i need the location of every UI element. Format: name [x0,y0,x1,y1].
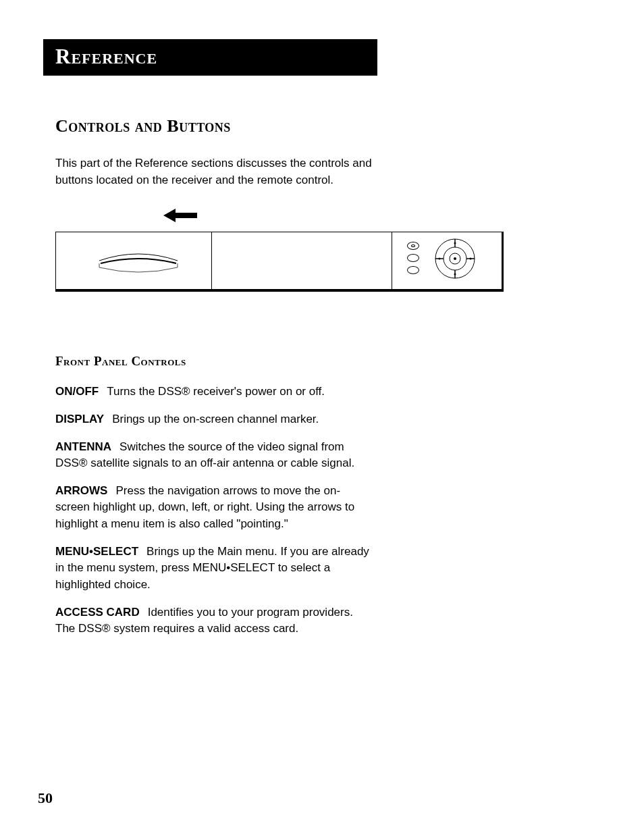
term: MENU•SELECT [55,545,138,558]
receiver-card-bay [56,232,212,289]
definition-arrows: ARROWSPress the navigation arrows to mov… [55,483,373,533]
page-number: 50 [38,789,53,807]
receiver-outline [55,232,504,292]
left-arrow-icon [163,209,197,222]
term: ARROWS [55,484,107,497]
controls-definitions: ON/OFFTurns the DSS® receiver's power on… [55,384,514,637]
term: ANTENNA [55,440,111,453]
definition-antenna: ANTENNASwitches the source of the video … [55,439,373,472]
definition-text: Turns the DSS® receiver's power on or of… [107,385,325,398]
definition-accesscard: ACCESS CARDIdentifies you to your progra… [55,604,373,637]
chapter-title: Reference [55,45,365,69]
chapter-header: Reference [43,39,377,76]
svg-point-4 [470,258,472,260]
section-heading: Controls and Buttons [55,116,514,136]
definition-display: DISPLAYBrings up the on-screen channel m… [55,411,373,428]
subsection-heading: Front Panel Controls [55,354,514,369]
access-card-slot-icon [98,247,179,276]
svg-marker-0 [163,209,197,222]
svg-point-6 [439,258,441,260]
receiver-controls-panel [392,232,502,289]
term: DISPLAY [55,413,104,425]
svg-point-2 [454,257,456,260]
page-content: Controls and Buttons This part of the Re… [55,116,514,637]
svg-point-5 [454,273,456,276]
definition-text: Brings up the on-screen channel marker. [112,413,319,425]
receiver-mid-panel [212,232,392,289]
definition-onoff: ON/OFFTurns the DSS® receiver's power on… [55,384,373,400]
term: ACCESS CARD [55,606,140,619]
svg-point-3 [454,242,456,244]
section-intro: This part of the Reference sections disc… [55,155,379,188]
definition-menuselect: MENU•SELECTBrings up the Main menu. If y… [55,544,373,594]
callout-arrow [163,209,514,229]
dpad-icon [431,235,479,282]
front-buttons-icon [407,242,419,278]
term: ON/OFF [55,385,99,398]
receiver-diagram [55,209,514,292]
